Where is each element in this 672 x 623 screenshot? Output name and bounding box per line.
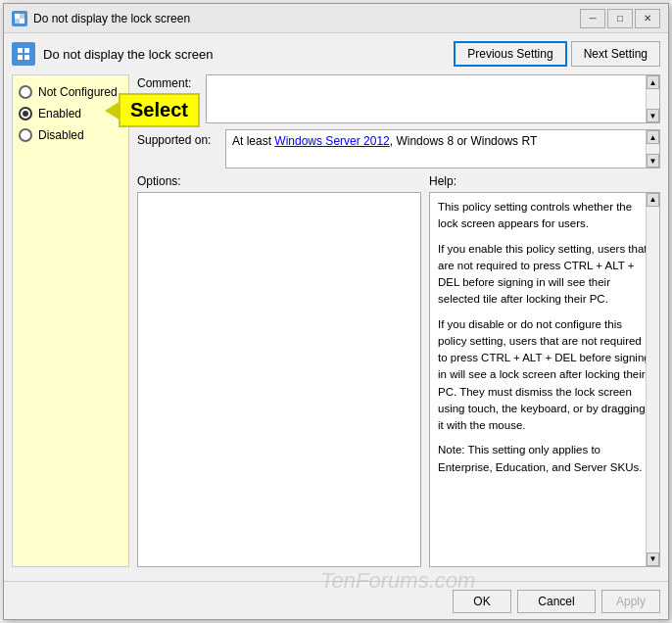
help-box: This policy setting controls whether the… bbox=[429, 192, 660, 567]
supported-box: At least Windows Server 2012, Windows 8 … bbox=[225, 129, 660, 168]
footer: OK Cancel Apply bbox=[4, 581, 668, 619]
title-bar-controls: ─ □ ✕ bbox=[580, 9, 660, 28]
comment-box[interactable]: ▲ ▼ bbox=[206, 74, 660, 123]
window-content: Do not display the lock screen Previous … bbox=[4, 33, 668, 575]
supported-label: Supported on: bbox=[137, 129, 225, 147]
svg-rect-7 bbox=[24, 55, 29, 60]
bottom-section: This policy setting controls whether the… bbox=[137, 192, 660, 567]
comment-row: Comment: ▲ ▼ bbox=[137, 74, 660, 123]
svg-rect-0 bbox=[15, 14, 20, 19]
options-column bbox=[137, 192, 421, 567]
help-scrollbar[interactable]: ▲ ▼ bbox=[646, 193, 659, 566]
svg-rect-1 bbox=[20, 19, 24, 24]
tooltip-arrow bbox=[105, 101, 120, 120]
select-tooltip: Select bbox=[119, 93, 200, 127]
radio-enabled-circle bbox=[19, 107, 32, 120]
supported-row: Supported on: At least Windows Server 20… bbox=[137, 129, 660, 168]
radio-disabled-circle bbox=[19, 128, 32, 142]
supported-scroll-down[interactable]: ▼ bbox=[647, 154, 659, 168]
help-p1: This policy setting controls whether the… bbox=[438, 199, 651, 233]
help-scroll-down[interactable]: ▼ bbox=[647, 552, 659, 566]
ok-button[interactable]: OK bbox=[453, 590, 511, 613]
section-headers: Options: Help: bbox=[137, 174, 660, 188]
prev-setting-button[interactable]: Previous Setting bbox=[454, 41, 566, 67]
radio-not-configured-circle bbox=[19, 85, 32, 99]
options-box bbox=[137, 192, 421, 567]
watermark: TenForums.com bbox=[320, 568, 475, 575]
title-bar-left: Do not display the lock screen bbox=[12, 11, 190, 26]
header-title: Do not display the lock screen bbox=[43, 47, 213, 62]
window-title: Do not display the lock screen bbox=[33, 12, 190, 25]
supported-scroll-track bbox=[647, 144, 659, 154]
header-row: Do not display the lock screen Previous … bbox=[12, 41, 660, 67]
left-panel: Not Configured Enabled Disabled Select bbox=[12, 74, 129, 567]
supported-text: At least Windows Server 2012, Windows 8 … bbox=[232, 134, 537, 148]
comment-scrollbar[interactable]: ▲ ▼ bbox=[646, 75, 659, 122]
help-p3: If you disable or do not configure this … bbox=[438, 316, 651, 435]
radio-disabled-label: Disabled bbox=[38, 128, 84, 142]
supported-link-server[interactable]: Windows Server 2012 bbox=[274, 134, 389, 148]
radio-not-configured[interactable]: Not Configured bbox=[19, 83, 122, 101]
supported-scroll-up[interactable]: ▲ bbox=[647, 130, 659, 144]
radio-not-configured-label: Not Configured bbox=[38, 85, 118, 99]
svg-rect-4 bbox=[18, 48, 23, 53]
help-scroll-track bbox=[647, 207, 659, 552]
policy-icon bbox=[12, 42, 35, 66]
scrollbar-up-btn[interactable]: ▲ bbox=[647, 75, 659, 89]
header-buttons: Previous Setting Next Setting bbox=[454, 41, 660, 67]
svg-rect-5 bbox=[24, 48, 29, 53]
next-setting-button[interactable]: Next Setting bbox=[571, 41, 660, 67]
maximize-button[interactable]: □ bbox=[607, 9, 633, 28]
main-window: Do not display the lock screen ─ □ ✕ Do bbox=[3, 3, 669, 620]
tooltip-label: Select bbox=[130, 99, 188, 120]
svg-rect-3 bbox=[15, 19, 20, 24]
scrollbar-track bbox=[647, 89, 659, 109]
cancel-button[interactable]: Cancel bbox=[517, 590, 596, 613]
options-header: Options: bbox=[137, 174, 421, 188]
right-section: Comment: ▲ ▼ Supported on: At least Wind… bbox=[129, 74, 660, 567]
help-p2: If you enable this policy setting, users… bbox=[438, 241, 651, 309]
help-scroll-up[interactable]: ▲ bbox=[647, 193, 659, 207]
scrollbar-down-btn[interactable]: ▼ bbox=[647, 109, 659, 122]
comment-label: Comment: bbox=[137, 74, 206, 90]
main-body: Not Configured Enabled Disabled Select bbox=[12, 74, 660, 567]
radio-enabled-label: Enabled bbox=[38, 107, 81, 120]
radio-disabled[interactable]: Disabled bbox=[19, 126, 122, 144]
supported-scrollbar[interactable]: ▲ ▼ bbox=[646, 130, 659, 168]
svg-rect-2 bbox=[20, 14, 24, 19]
title-bar: Do not display the lock screen ─ □ ✕ bbox=[4, 4, 668, 33]
svg-rect-6 bbox=[18, 55, 23, 60]
apply-button[interactable]: Apply bbox=[601, 590, 660, 613]
help-header: Help: bbox=[421, 174, 660, 188]
minimize-button[interactable]: ─ bbox=[580, 9, 605, 28]
close-button[interactable]: ✕ bbox=[635, 9, 660, 28]
header-title-area: Do not display the lock screen bbox=[12, 42, 213, 66]
window-icon bbox=[12, 11, 27, 26]
help-p4: Note: This setting only applies to Enter… bbox=[438, 442, 651, 476]
help-column: This policy setting controls whether the… bbox=[429, 192, 660, 567]
